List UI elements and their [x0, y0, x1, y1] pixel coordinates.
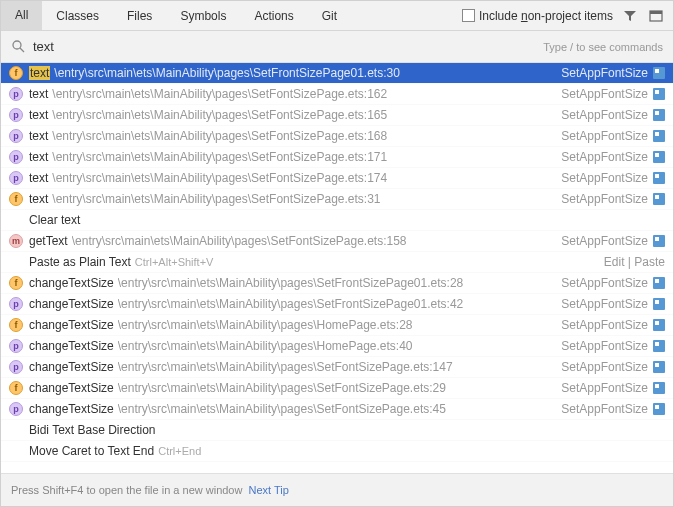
- tab-actions[interactable]: Actions: [240, 1, 307, 30]
- result-label: text: [29, 108, 48, 122]
- result-row[interactable]: pchangeTextSize \entry\src\main\ets\Main…: [1, 357, 673, 378]
- result-module: SetAppFontSize: [561, 402, 648, 416]
- shortcut: Ctrl+End: [158, 445, 201, 457]
- window-mode-icon[interactable]: [647, 7, 665, 25]
- module-icon: [653, 67, 665, 79]
- module-icon: [653, 319, 665, 331]
- p-icon: p: [9, 129, 23, 143]
- result-path: \entry\src\main\ets\MainAbility\pages\Se…: [52, 171, 387, 185]
- module-icon: [653, 130, 665, 142]
- result-module: SetAppFontSize: [561, 276, 648, 290]
- p-icon: p: [9, 87, 23, 101]
- result-path: \entry\src\main\ets\MainAbility\pages\Se…: [52, 150, 387, 164]
- result-module: SetAppFontSize: [561, 87, 648, 101]
- f-icon: f: [9, 318, 23, 332]
- svg-rect-1: [650, 11, 662, 14]
- search-input[interactable]: [33, 39, 543, 54]
- result-row[interactable]: pchangeTextSize \entry\src\main\ets\Main…: [1, 294, 673, 315]
- result-row[interactable]: ptext \entry\src\main\ets\MainAbility\pa…: [1, 126, 673, 147]
- result-label: changeTextSize: [29, 360, 114, 374]
- p-icon: p: [9, 360, 23, 374]
- result-row[interactable]: ptext \entry\src\main\ets\MainAbility\pa…: [1, 105, 673, 126]
- module-icon: [653, 298, 665, 310]
- result-label: text: [29, 87, 48, 101]
- module-icon: [653, 88, 665, 100]
- result-row[interactable]: fchangeTextSize \entry\src\main\ets\Main…: [1, 378, 673, 399]
- result-label: changeTextSize: [29, 402, 114, 416]
- result-row[interactable]: mgetText \entry\src\main\ets\MainAbility…: [1, 231, 673, 252]
- results-list[interactable]: ftext \entry\src\main\ets\MainAbility\pa…: [1, 63, 673, 473]
- p-icon: p: [9, 297, 23, 311]
- result-path: \entry\src\main\ets\MainAbility\pages\Ho…: [118, 318, 413, 332]
- result-path: \entry\src\main\ets\MainAbility\pages\Se…: [118, 381, 446, 395]
- result-path: \entry\src\main\ets\MainAbility\pages\Se…: [118, 297, 464, 311]
- result-row[interactable]: fchangeTextSize \entry\src\main\ets\Main…: [1, 273, 673, 294]
- p-icon: p: [9, 171, 23, 185]
- result-label: changeTextSize: [29, 276, 114, 290]
- result-row[interactable]: fchangeTextSize \entry\src\main\ets\Main…: [1, 315, 673, 336]
- include-non-project[interactable]: Include non-project items: [462, 9, 613, 23]
- result-module: SetAppFontSize: [561, 171, 648, 185]
- filter-icon[interactable]: [621, 7, 639, 25]
- result-row[interactable]: Paste as Plain TextCtrl+Alt+Shift+VEdit …: [1, 252, 673, 273]
- result-module: SetAppFontSize: [561, 150, 648, 164]
- tabs-bar: AllClassesFilesSymbolsActionsGit Include…: [1, 1, 673, 31]
- result-path: \entry\src\main\ets\MainAbility\pages\Se…: [52, 87, 387, 101]
- result-path: \entry\src\main\ets\MainAbility\pages\Se…: [118, 402, 446, 416]
- svg-point-2: [13, 41, 21, 49]
- result-row[interactable]: Clear text: [1, 210, 673, 231]
- result-row[interactable]: ftext \entry\src\main\ets\MainAbility\pa…: [1, 189, 673, 210]
- result-label: text: [29, 66, 50, 80]
- result-path: \entry\src\main\ets\MainAbility\pages\Se…: [118, 360, 453, 374]
- result-path: \entry\src\main\ets\MainAbility\pages\Se…: [72, 234, 407, 248]
- result-row[interactable]: pchangeTextSize \entry\src\main\ets\Main…: [1, 336, 673, 357]
- tab-symbols[interactable]: Symbols: [166, 1, 240, 30]
- p-icon: p: [9, 108, 23, 122]
- shortcut: Ctrl+Alt+Shift+V: [135, 256, 214, 268]
- module-icon: [653, 193, 665, 205]
- f-icon: f: [9, 276, 23, 290]
- result-label: text: [29, 150, 48, 164]
- f-icon: f: [9, 381, 23, 395]
- tab-all[interactable]: All: [1, 1, 42, 30]
- footer: Press Shift+F4 to open the file in a new…: [1, 473, 673, 506]
- f-icon: f: [9, 66, 23, 80]
- next-tip-link[interactable]: Next Tip: [248, 484, 288, 496]
- result-row[interactable]: ptext \entry\src\main\ets\MainAbility\pa…: [1, 168, 673, 189]
- include-label: Include non-project items: [479, 9, 613, 23]
- result-module: Edit | Paste: [604, 255, 665, 269]
- svg-line-3: [20, 48, 24, 52]
- result-label: Clear text: [29, 213, 80, 227]
- module-icon: [653, 235, 665, 247]
- result-label: changeTextSize: [29, 297, 114, 311]
- tab-files[interactable]: Files: [113, 1, 166, 30]
- tab-git[interactable]: Git: [308, 1, 351, 30]
- result-label: text: [29, 129, 48, 143]
- result-path: \entry\src\main\ets\MainAbility\pages\Se…: [118, 276, 464, 290]
- result-path: \entry\src\main\ets\MainAbility\pages\Se…: [54, 66, 400, 80]
- tab-classes[interactable]: Classes: [42, 1, 113, 30]
- result-path: \entry\src\main\ets\MainAbility\pages\Se…: [52, 108, 387, 122]
- module-icon: [653, 382, 665, 394]
- result-row[interactable]: Bidi Text Base Direction: [1, 420, 673, 441]
- result-module: SetAppFontSize: [561, 339, 648, 353]
- result-path: \entry\src\main\ets\MainAbility\pages\Se…: [52, 129, 387, 143]
- module-icon: [653, 151, 665, 163]
- footer-hint: Press Shift+F4 to open the file in a new…: [11, 484, 242, 496]
- result-row[interactable]: ptext \entry\src\main\ets\MainAbility\pa…: [1, 147, 673, 168]
- result-module: SetAppFontSize: [561, 234, 648, 248]
- result-module: SetAppFontSize: [561, 381, 648, 395]
- result-label: Bidi Text Base Direction: [29, 423, 156, 437]
- result-label: Paste as Plain Text: [29, 255, 131, 269]
- result-label: changeTextSize: [29, 318, 114, 332]
- result-label: changeTextSize: [29, 381, 114, 395]
- result-row[interactable]: ptext \entry\src\main\ets\MainAbility\pa…: [1, 84, 673, 105]
- module-icon: [653, 109, 665, 121]
- module-icon: [653, 340, 665, 352]
- result-row[interactable]: Move Caret to Text EndCtrl+End: [1, 441, 673, 462]
- result-label: getText: [29, 234, 68, 248]
- checkbox-icon: [462, 9, 475, 22]
- result-row[interactable]: ftext \entry\src\main\ets\MainAbility\pa…: [1, 63, 673, 84]
- module-icon: [653, 277, 665, 289]
- result-row[interactable]: pchangeTextSize \entry\src\main\ets\Main…: [1, 399, 673, 420]
